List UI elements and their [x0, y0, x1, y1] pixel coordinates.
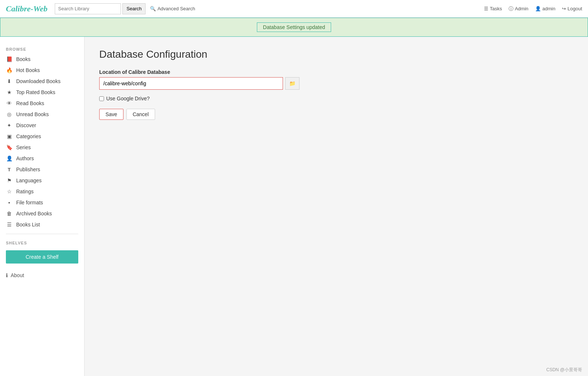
sidebar-item-languages[interactable]: ⚑ Languages: [0, 175, 84, 186]
sidebar-item-label: Series: [16, 144, 31, 150]
sidebar-item-label: Hot Books: [16, 67, 40, 73]
sidebar-item-label: Discover: [16, 122, 36, 128]
shelves-label: SHELVES: [0, 238, 84, 247]
categories-icon: ▣: [6, 133, 12, 139]
cancel-button[interactable]: Cancel: [126, 109, 155, 120]
sidebar: BROWSE 📕 Books 🔥 Hot Books ⬇ Downloaded …: [0, 37, 85, 376]
sidebar-item-archived-books[interactable]: 🗑 Archived Books: [0, 208, 84, 219]
logout-icon: ↪: [562, 6, 566, 11]
user-icon: 👤: [535, 6, 541, 11]
google-drive-checkbox[interactable]: [99, 96, 104, 101]
sidebar-item-label: Unread Books: [16, 111, 49, 117]
db-config-form: Location of Calibre Database 📁 Use Googl…: [99, 69, 573, 120]
series-icon: 🔖: [6, 144, 12, 150]
sidebar-item-label: Ratings: [16, 189, 33, 194]
sidebar-item-books-list[interactable]: ☰ Books List: [0, 219, 84, 230]
sidebar-item-label: Read Books: [16, 100, 44, 106]
sidebar-item-label: Top Rated Books: [16, 89, 55, 95]
languages-icon: ⚑: [6, 178, 12, 183]
advanced-search-link[interactable]: 🔍 Advanced Search: [150, 6, 195, 11]
sidebar-item-read-books[interactable]: 👁 Read Books: [0, 98, 84, 109]
page-title: Database Configuration: [99, 49, 573, 60]
sidebar-item-label: Authors: [16, 155, 34, 161]
browse-label: BROWSE: [0, 43, 84, 54]
admin-link[interactable]: ⓘ Admin: [509, 6, 528, 12]
about-label: About: [11, 272, 24, 278]
about-link[interactable]: ℹ About: [0, 266, 84, 284]
sidebar-item-label: Books List: [16, 222, 40, 228]
field-label: Location of Calibre Database: [99, 69, 573, 75]
sidebar-item-label: Categories: [16, 133, 41, 139]
books-icon: 📕: [6, 56, 12, 62]
layout: BROWSE 📕 Books 🔥 Hot Books ⬇ Downloaded …: [0, 37, 588, 376]
user-link[interactable]: 👤 admin: [535, 6, 555, 11]
logo[interactable]: Calibre-Web: [6, 4, 47, 14]
sidebar-item-label: Publishers: [16, 166, 40, 172]
search-button[interactable]: Search: [122, 3, 146, 14]
main-content: Database Configuration Location of Calib…: [85, 37, 588, 376]
header: Calibre-Web Search 🔍 Advanced Search ☰ T…: [0, 0, 588, 18]
create-shelf-button[interactable]: Create a Shelf: [6, 250, 78, 264]
header-right: ☰ Tasks ⓘ Admin 👤 admin ↪ Logout: [484, 6, 582, 12]
discover-icon: ✦: [6, 122, 12, 128]
sidebar-item-label: Languages: [16, 178, 42, 183]
hot-books-icon: 🔥: [6, 67, 12, 73]
sidebar-item-downloaded-books[interactable]: ⬇ Downloaded Books: [0, 76, 84, 87]
save-button[interactable]: Save: [99, 109, 123, 120]
publishers-icon: T: [6, 167, 12, 172]
search-input[interactable]: [55, 3, 121, 14]
folder-browse-button[interactable]: 📁: [285, 77, 300, 90]
sidebar-item-label: Books: [16, 56, 31, 62]
ratings-icon: ☆: [6, 189, 12, 194]
top-rated-icon: ★: [6, 89, 12, 95]
file-formats-icon: ▪: [6, 200, 12, 205]
sidebar-item-ratings[interactable]: ☆ Ratings: [0, 186, 84, 197]
google-drive-label: Use Google Drive?: [106, 96, 150, 101]
downloaded-books-icon: ⬇: [6, 78, 12, 84]
tasks-link[interactable]: ☰ Tasks: [484, 6, 502, 11]
form-actions: Save Cancel: [99, 109, 573, 120]
search-form: Search: [55, 3, 146, 14]
sidebar-item-hot-books[interactable]: 🔥 Hot Books: [0, 65, 84, 76]
archived-books-icon: 🗑: [6, 211, 12, 216]
books-list-icon: ☰: [6, 222, 12, 228]
logout-link[interactable]: ↪ Logout: [562, 6, 582, 11]
sidebar-item-books[interactable]: 📕 Books: [0, 54, 84, 65]
sidebar-item-series[interactable]: 🔖 Series: [0, 142, 84, 153]
sidebar-item-publishers[interactable]: T Publishers: [0, 164, 84, 175]
sidebar-item-categories[interactable]: ▣ Categories: [0, 131, 84, 142]
read-books-icon: 👁: [6, 100, 12, 106]
about-icon: ℹ: [6, 272, 8, 278]
db-path-row: 📁: [99, 77, 573, 90]
tasks-icon: ☰: [484, 6, 488, 11]
authors-icon: 👤: [6, 155, 12, 161]
google-drive-row: Use Google Drive?: [99, 96, 573, 101]
admin-icon: ⓘ: [509, 6, 513, 12]
notification-banner: Database Settings updated: [0, 18, 588, 37]
notification-text: Database Settings updated: [257, 22, 331, 32]
sidebar-item-label: File formats: [16, 200, 43, 205]
sidebar-item-label: Downloaded Books: [16, 78, 61, 84]
folder-icon: 📁: [289, 80, 295, 86]
search-icon: 🔍: [150, 6, 156, 11]
sidebar-item-file-formats[interactable]: ▪ File formats: [0, 197, 84, 208]
watermark: CSDN @小景哥哥: [546, 367, 582, 373]
sidebar-item-discover[interactable]: ✦ Discover: [0, 120, 84, 131]
sidebar-item-unread-books[interactable]: ◎ Unread Books: [0, 109, 84, 120]
sidebar-item-authors[interactable]: 👤 Authors: [0, 153, 84, 164]
sidebar-item-top-rated-books[interactable]: ★ Top Rated Books: [0, 87, 84, 98]
sidebar-item-label: Archived Books: [16, 211, 52, 216]
unread-books-icon: ◎: [6, 111, 12, 117]
db-path-input[interactable]: [99, 77, 283, 90]
sidebar-divider: [6, 234, 78, 234]
